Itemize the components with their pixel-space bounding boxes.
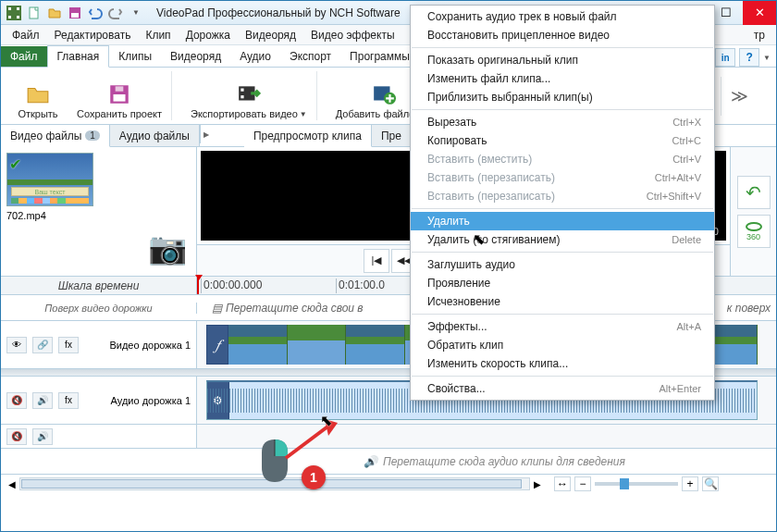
zoom-out-button[interactable]: − [574, 476, 591, 491]
zoom-slider[interactable] [595, 482, 678, 486]
badge-1: 1 [302, 465, 326, 489]
svg-rect-1 [8, 7, 11, 10]
clip-fx-handle[interactable]: 𝑓 [206, 325, 228, 365]
clip-thumbnail[interactable]: Ваш текст ✔ [6, 153, 93, 206]
ctx-paste-overwrite: Вставить (перезаписать)Ctrl+Alt+V [411, 168, 714, 187]
track-solo-toggle[interactable]: 🔊 [32, 392, 53, 409]
timeline-scale-label: Шкала времени [1, 278, 197, 294]
speaker-icon: 🔊 [364, 455, 377, 468]
track-solo-toggle-2[interactable]: 🔊 [32, 428, 53, 445]
video-track-name: Видео дорожка 1 [109, 340, 191, 351]
ribbon-tab-programs[interactable]: Программы [340, 46, 419, 67]
ctx-delete-ripple[interactable]: Удалить (со стягиванием)Delete [411, 230, 714, 249]
track-mute-toggle[interactable]: 🔇 [6, 392, 27, 409]
track-fx-button[interactable]: fx [58, 337, 79, 353]
zoom-fit-button[interactable]: ↔ [554, 476, 571, 491]
ribbon-tab-sequence[interactable]: Видеоряд [161, 46, 230, 67]
rotate-icon [745, 221, 763, 232]
cursor-annotation-1: ⬉ [320, 412, 332, 429]
checkmark-icon: ✔ [9, 155, 21, 173]
ribbon-tab-export[interactable]: Экспорт [280, 46, 340, 67]
qat-undo-icon[interactable] [86, 4, 105, 22]
track-mute-toggle-2[interactable]: 🔇 [6, 428, 27, 445]
tab-audio-files[interactable]: Аудио файлы [110, 125, 200, 146]
ctx-cut[interactable]: ВырезатьCtrl+X [411, 113, 714, 131]
ctx-fade-out[interactable]: Исчезновение [411, 292, 714, 311]
video-track-header: 👁 🔗 fx Видео дорожка 1 [1, 321, 197, 368]
ctx-save-audio[interactable]: Сохранить аудио трек в новый файл [411, 7, 714, 26]
scroll-right-icon[interactable]: ▶ [534, 479, 541, 489]
zoom-search-button[interactable]: 🔍 [702, 476, 719, 491]
track-visibility-toggle[interactable]: 👁 [6, 337, 27, 353]
svg-rect-4 [17, 16, 19, 19]
ribbon-more-button[interactable]: ≫ [721, 77, 758, 116]
ctx-show-original[interactable]: Показать оригинальный клип [411, 51, 714, 69]
ctx-effects[interactable]: Эффекты...Alt+A [411, 317, 714, 336]
qat-dropdown-icon[interactable]: ▼ [127, 4, 145, 22]
qat-new-icon[interactable] [25, 4, 43, 22]
tab-clip-preview[interactable]: Предпросмотр клипа [244, 125, 372, 147]
ribbon-open[interactable]: Открыть [10, 71, 66, 120]
rotate-360-button[interactable]: 360 [737, 215, 771, 248]
file-panel: Ваш текст ✔ 702.mp4 📷 [1, 147, 197, 276]
right-toolbar: ↶ 360 [730, 147, 776, 276]
menu-edit[interactable]: Редактировать [47, 27, 139, 43]
menu-right-trunc[interactable]: тр [746, 27, 772, 43]
scroll-left-icon[interactable]: ◀ [8, 479, 16, 489]
ribbon-tab-audio[interactable]: Аудио [230, 46, 280, 67]
menu-track[interactable]: Дорожка [179, 27, 238, 43]
ctx-copy[interactable]: КопироватьCtrl+C [411, 131, 714, 150]
ctx-paste-fit: Вставить (вместить)Ctrl+V [411, 150, 714, 168]
cursor-annotation-2: ⬉ [473, 230, 485, 248]
ctx-mute-audio[interactable]: Заглушить аудио [411, 255, 714, 274]
ctx-paste-overwrite-2: Вставить (перезаписать)Ctrl+Shift+V [411, 187, 714, 205]
menu-video-effects[interactable]: Видео эффекты [303, 27, 401, 43]
ctx-delete[interactable]: Удалить [411, 212, 714, 230]
audio-track-name: Аудио дорожка 1 [111, 395, 191, 406]
quick-access-toolbar: ▼ [1, 4, 149, 22]
ctx-zoom-selected[interactable]: Приблизить выбранный клип(ы) [411, 88, 714, 106]
undo-button[interactable]: ↶ [737, 176, 771, 209]
overlay-track-label: Поверх видео дорожки [1, 303, 197, 314]
ctx-properties[interactable]: Свойства...Alt+Enter [411, 379, 714, 398]
ctx-restore-video[interactable]: Восстановить прицепленное видео [411, 26, 714, 44]
save-icon [107, 82, 131, 106]
ribbon-tab-clips[interactable]: Клипы [109, 46, 161, 67]
ribbon-export[interactable]: Экспортировать видео▼ [191, 71, 307, 120]
track-link-toggle[interactable]: 🔗 [32, 337, 53, 353]
ribbon-tab-file[interactable]: Файл [1, 46, 47, 67]
ribbon-help-button[interactable]: ? [739, 48, 759, 67]
window-title: VideoPad Профессиональный by NCH Softwar… [156, 6, 401, 19]
ribbon-in-button[interactable]: in [715, 48, 735, 67]
ctx-fade-in[interactable]: Проявление [411, 274, 714, 292]
menu-clip[interactable]: Клип [138, 27, 178, 43]
menu-file[interactable]: Файл [5, 27, 47, 43]
close-button[interactable]: ✕ [743, 1, 776, 25]
tabs-overflow-icon[interactable]: ▶ [200, 125, 213, 143]
ctx-reverse[interactable]: Обратить клип [411, 336, 714, 354]
tab-sequence-preview[interactable]: Пре [372, 125, 412, 146]
svg-rect-5 [30, 7, 38, 19]
folder-icon [26, 82, 50, 106]
playhead[interactable] [197, 277, 199, 294]
svg-rect-12 [240, 88, 243, 91]
svg-point-16 [746, 223, 761, 230]
menu-sequence[interactable]: Видеоряд [238, 27, 303, 43]
qat-redo-icon[interactable] [106, 4, 125, 22]
context-menu: Сохранить аудио трек в новый файл Восста… [410, 5, 715, 401]
audio-track-header: 🔇 🔊 fx Аудио дорожка 1 [1, 377, 197, 424]
track-fx-button[interactable]: fx [58, 392, 79, 409]
ribbon-save[interactable]: Сохранить проект [77, 71, 162, 120]
ctx-speed[interactable]: Изменить скорость клипа... [411, 354, 714, 373]
qat-save-icon[interactable] [66, 4, 84, 22]
transport-start[interactable]: |◀ [364, 249, 389, 273]
svg-rect-2 [17, 7, 19, 10]
ctx-change-file[interactable]: Изменить файл клипа... [411, 69, 714, 88]
clip-filename: 702.mp4 [6, 210, 191, 221]
ribbon-tab-home[interactable]: Главная [47, 45, 110, 68]
svg-rect-9 [114, 94, 126, 102]
app-icon [5, 4, 23, 22]
zoom-in-button[interactable]: + [682, 476, 698, 491]
tab-video-files[interactable]: Видео файлы1 [1, 125, 110, 147]
qat-open-icon[interactable] [45, 4, 64, 22]
